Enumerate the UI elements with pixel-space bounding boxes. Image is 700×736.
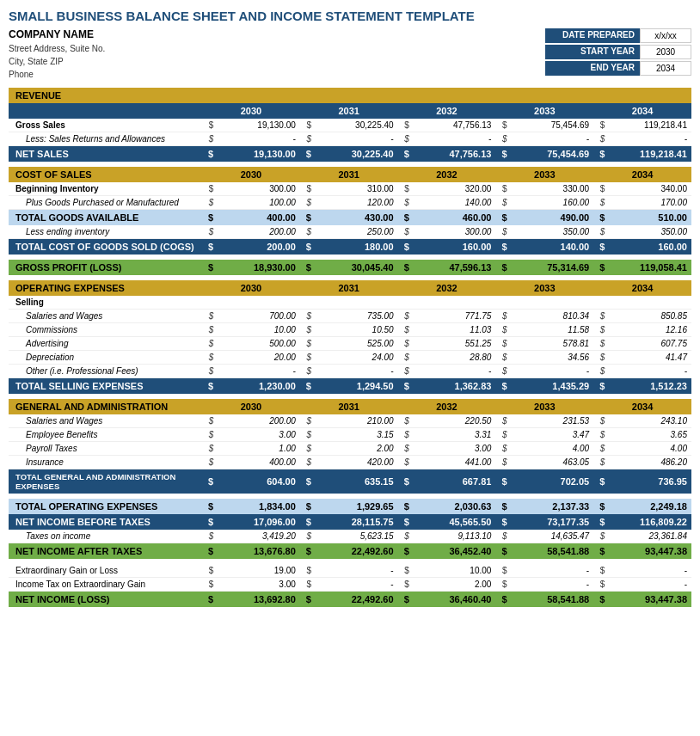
end-year-value: 2034: [640, 61, 691, 76]
gross-profit-row: GROSS PROFIT (LOSS) $ 18,930.00 $ 30,045…: [9, 260, 691, 275]
ga-salaries-row: Salaries and Wages $ 200.00 $ 210.00 $ 2…: [9, 414, 691, 428]
gross-sales-row: Gross Sales $ 19,130.00 $ 30,225.40 $ 47…: [9, 119, 691, 132]
selling-salaries-row: Salaries and Wages $ 700.00 $ 735.00 $ 7…: [9, 310, 691, 323]
plus-goods-row: Plus Goods Purchased or Manufactured $ 1…: [9, 196, 691, 210]
other-row: Other (i.e. Professional Fees) $ - $ - $…: [9, 365, 691, 378]
ga-benefits-row: Employee Benefits $ 3.00 $ 3.15 $ 3.31 $…: [9, 428, 691, 442]
date-prepared-row: DATE PREPARED x/x/xx: [545, 28, 691, 43]
header-right: DATE PREPARED x/x/xx START YEAR 2030 END…: [545, 28, 691, 81]
start-year-label: START YEAR: [545, 45, 640, 59]
taxes-row: Taxes on income $ 3,419.20 $ 5,623.15 $ …: [9, 530, 691, 543]
total-operating-row: TOTAL OPERATING EXPENSES $ 1,834.00 $ 1,…: [9, 499, 691, 514]
advertising-row: Advertising $ 500.00 $ 525.00 $ 551.25 $…: [9, 337, 691, 351]
date-prepared-label: DATE PREPARED: [545, 28, 640, 43]
company-name: COMPANY NAME: [9, 28, 105, 40]
less-ending-row: Less ending inventory $ 200.00 $ 250.00 …: [9, 225, 691, 239]
revenue-section-header: REVENUE: [9, 88, 691, 103]
income-tax-extraordinary-row: Income Tax on Extraordinary Gain $ 3.00 …: [9, 578, 691, 592]
ga-insurance-row: Insurance $ 400.00 $ 420.00 $ 441.00 $ 4…: [9, 456, 691, 469]
operating-expenses-section-header: OPERATING EXPENSES 2030 2031 2032 2033 2…: [9, 280, 691, 296]
main-table: REVENUE 2030 2031 2032 2033 2034 Gross S…: [9, 88, 691, 607]
company-phone: Phone: [9, 68, 105, 81]
company-address: Street Address, Suite No.: [9, 42, 105, 55]
start-year-row: START YEAR 2030: [545, 45, 691, 59]
end-year-row: END YEAR 2034: [545, 61, 691, 76]
start-year-value: 2030: [640, 45, 691, 59]
depreciation-row: Depreciation $ 20.00 $ 24.00 $ 28.80 $ 3…: [9, 351, 691, 365]
header-section: COMPANY NAME Street Address, Suite No. C…: [9, 28, 691, 81]
selling-subheader: Selling: [9, 296, 691, 310]
gen-admin-section-header: GENERAL AND ADMINISTRATION 2030 2031 203…: [9, 399, 691, 414]
total-ga-row: TOTAL GENERAL AND ADMINISTRATION EXPENSE…: [9, 469, 691, 494]
company-city: City, State ZIP: [9, 55, 105, 68]
total-goods-row: TOTAL GOODS AVAILABLE $ 400.00 $ 430.00 …: [9, 210, 691, 226]
net-sales-row: NET SALES $ 19,130.00 $ 30,225.40 $ 47,7…: [9, 146, 691, 163]
cost-of-sales-section-header: COST OF SALES 2030 2031 2032 2033 2034: [9, 167, 691, 182]
total-cogs-row: TOTAL COST OF GOODS SOLD (COGS) $ 200.00…: [9, 239, 691, 255]
ga-payroll-row: Payroll Taxes $ 1.00 $ 2.00 $ 3.00 $ 4.0…: [9, 442, 691, 456]
net-income-row: NET INCOME (LOSS) $ 13,692.80 $ 22,492.6…: [9, 592, 691, 608]
revenue-label: REVENUE: [9, 88, 202, 103]
total-selling-row: TOTAL SELLING EXPENSES $ 1,230.00 $ 1,29…: [9, 378, 691, 395]
main-title: SMALL BUSINESS BALANCE SHEET AND INCOME …: [9, 9, 691, 23]
net-after-taxes-row: NET INCOME AFTER TAXES $ 13,676.80 $ 22,…: [9, 543, 691, 560]
extraordinary-row: Extraordinary Gain or Loss $ 19.00 $ - $…: [9, 564, 691, 578]
less-sales-row: Less: Sales Returns and Allowances $ - $…: [9, 132, 691, 146]
net-before-taxes-row: NET INCOME BEFORE TAXES $ 17,096.00 $ 28…: [9, 514, 691, 530]
beginning-inventory-row: Beginning Inventory $ 300.00 $ 310.00 $ …: [9, 182, 691, 196]
date-prepared-value: x/x/xx: [640, 28, 691, 43]
revenue-year-header: 2030 2031 2032 2033 2034: [9, 103, 691, 119]
end-year-label: END YEAR: [545, 61, 640, 76]
company-info: COMPANY NAME Street Address, Suite No. C…: [9, 28, 105, 81]
commissions-row: Commissions $ 10.00 $ 10.50 $ 11.03 $ 11…: [9, 323, 691, 337]
